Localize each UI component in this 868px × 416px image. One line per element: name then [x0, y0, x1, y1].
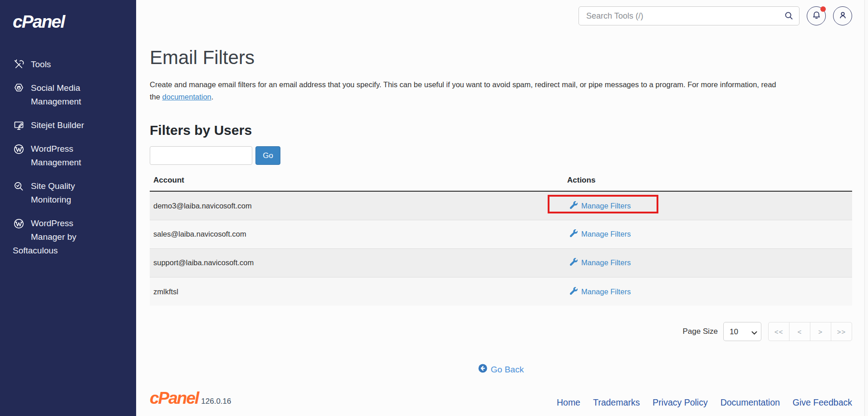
- footer-link-trademarks[interactable]: Trademarks: [593, 397, 640, 408]
- table-row: sales@laiba.navicosoft.com Manage Filter…: [150, 220, 852, 248]
- account-cell: support@laiba.navicosoft.com: [150, 248, 564, 277]
- sidebar-item-site-quality-monitoring[interactable]: Site Quality Monitoring: [0, 174, 136, 212]
- page-title: Email Filters: [150, 47, 852, 69]
- sidebar-nav: Tools Social Media Management Sitejet Bu…: [0, 53, 136, 262]
- account-cell: zmlkftsl: [150, 277, 564, 306]
- table-row: zmlkftsl Manage Filters: [150, 277, 852, 306]
- tools-icon: [13, 59, 25, 71]
- actions-cell: Manage Filters: [564, 220, 852, 248]
- footer-links: Home Trademarks Privacy Policy Documenta…: [557, 397, 852, 408]
- page-size-label: Page Size: [683, 327, 718, 336]
- sidebar-item-wordpress-manager-softaculous[interactable]: WordPress Manager by Softaculous: [0, 212, 136, 262]
- filters-table: Account Actions demo3@laiba.navicosoft.c…: [150, 172, 852, 306]
- wrench-icon: [570, 258, 578, 267]
- content: Email Filters Create and manage email fi…: [136, 32, 868, 416]
- footer-link-home[interactable]: Home: [557, 397, 580, 408]
- search-icon: [784, 11, 794, 21]
- page-size-select-wrap: 10: [723, 322, 761, 341]
- documentation-link[interactable]: documentation: [162, 93, 211, 101]
- go-back-link[interactable]: Go Back: [478, 364, 524, 375]
- page-size-select[interactable]: 10: [723, 322, 761, 341]
- actions-cell: Manage Filters: [564, 248, 852, 277]
- pagination: Page Size 10 << < > >>: [150, 322, 852, 341]
- column-header-actions: Actions: [564, 172, 852, 191]
- sidebar-item-sitejet-builder[interactable]: Sitejet Builder: [0, 114, 136, 137]
- footer-link-give-feedback[interactable]: Give Feedback: [793, 397, 852, 408]
- topbar: [136, 0, 868, 32]
- table-row: support@laiba.navicosoft.com Manage Filt…: [150, 248, 852, 277]
- footer-link-documentation[interactable]: Documentation: [721, 397, 780, 408]
- sitejet-builder-icon: [13, 119, 25, 132]
- first-page-button[interactable]: <<: [768, 322, 790, 341]
- filter-search-input[interactable]: [150, 146, 252, 165]
- wrench-icon: [570, 201, 578, 211]
- cpanel-logo[interactable]: cPanel: [13, 12, 136, 32]
- notification-dot: [820, 6, 826, 12]
- sidebar-item-tools[interactable]: Tools: [0, 53, 136, 76]
- sidebar: cPanel Tools Social Media Management Sit…: [0, 0, 136, 416]
- footer: cPanel 126.0.16 Home Trademarks Privacy …: [150, 389, 852, 410]
- wordpress-icon: [13, 143, 25, 155]
- site-quality-magnifier-icon: [13, 180, 25, 193]
- notifications-button[interactable]: [807, 6, 826, 25]
- social-media-bee-icon: [13, 82, 25, 94]
- actions-cell: Manage Filters: [564, 191, 852, 220]
- version-number: 126.0.16: [201, 397, 231, 406]
- user-account-button[interactable]: [833, 6, 852, 25]
- manage-filters-link[interactable]: Manage Filters: [570, 287, 631, 297]
- account-cell: demo3@laiba.navicosoft.com: [150, 191, 564, 220]
- pagination-buttons: << < > >>: [768, 322, 852, 341]
- wrench-icon: [570, 287, 578, 297]
- bell-icon: [811, 10, 822, 22]
- arrow-left-circle-icon: [478, 364, 487, 375]
- search-input[interactable]: [579, 6, 799, 25]
- table-header-row: Account Actions: [150, 172, 852, 191]
- sidebar-item-social-media-management[interactable]: Social Media Management: [0, 76, 136, 114]
- main-area: Email Filters Create and manage email fi…: [136, 0, 868, 416]
- sidebar-item-wordpress-management[interactable]: WordPress Management: [0, 137, 136, 174]
- cpanel-footer-logo: cPanel: [150, 389, 198, 408]
- column-header-account: Account: [150, 172, 564, 191]
- filter-search-row: Go: [150, 146, 852, 165]
- manage-filters-link[interactable]: Manage Filters: [570, 229, 631, 239]
- footer-link-privacy-policy[interactable]: Privacy Policy: [652, 397, 707, 408]
- go-button[interactable]: Go: [255, 146, 280, 165]
- wrench-icon: [570, 229, 578, 239]
- go-back-row: Go Back: [150, 364, 852, 375]
- previous-page-button[interactable]: <: [789, 322, 810, 341]
- account-cell: sales@laiba.navicosoft.com: [150, 220, 564, 248]
- wordpress-softaculous-icon: [13, 218, 25, 230]
- vertical-scrollbar[interactable]: [864, 0, 868, 416]
- user-icon: [837, 10, 848, 22]
- manage-filters-link[interactable]: Manage Filters: [570, 258, 631, 267]
- last-page-button[interactable]: >>: [831, 322, 852, 341]
- manage-filters-link[interactable]: Manage Filters: [570, 201, 631, 211]
- actions-cell: Manage Filters: [564, 277, 852, 306]
- tools-search: [579, 6, 799, 25]
- filters-by-users-heading: Filters by Users: [150, 123, 852, 138]
- table-row: demo3@laiba.navicosoft.com Manage Filter…: [150, 191, 852, 220]
- page-description: Create and manage email filters for an e…: [150, 79, 852, 103]
- next-page-button[interactable]: >: [810, 322, 831, 341]
